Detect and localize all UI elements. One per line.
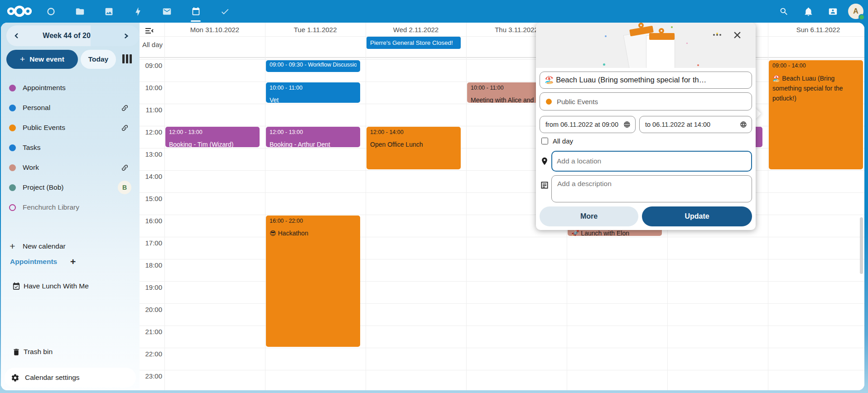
calendar-event[interactable]: 16:00 - 22:00😎 Hackathon	[266, 216, 360, 347]
day-header[interactable]: Mon 31.10.2022	[164, 23, 265, 36]
description-input[interactable]	[551, 175, 752, 202]
allday-event[interactable]: Pierre's General Store Closed!	[366, 37, 461, 49]
sidebar-calendar-work[interactable]: Work	[1, 158, 140, 177]
calendar-event[interactable]: 12:00 - 14:00Open Office Lunch	[366, 127, 461, 169]
event-time: 09:00 - 14:00	[772, 62, 859, 71]
sidebar-calendar-public-events[interactable]: Public Events	[1, 118, 140, 138]
calendar-event[interactable]: 12:00 - 13:00Booking - Arthur Dent	[266, 127, 360, 147]
sidebar-calendar-tasks[interactable]: Tasks	[1, 138, 140, 158]
share-link-icon[interactable]	[118, 101, 131, 115]
app-files-icon[interactable]	[70, 0, 90, 23]
calendar-event[interactable]: 09:00 - 14:00🏖️ Beach Luau (Bring someth…	[769, 60, 863, 169]
trash-bin-button[interactable]: Trash bin	[1, 342, 140, 362]
start-datetime-field[interactable]: from 06.11.2022 at 09:00	[540, 116, 636, 133]
section-title: Appointments	[10, 258, 70, 266]
calendar-event[interactable]: 10:00 - 11:00Vet	[266, 82, 360, 103]
sidebar-calendar-personal[interactable]: Personal	[1, 98, 140, 118]
day-header[interactable]: Sun 6.11.2022	[768, 23, 864, 36]
event-title: Open Office Lunch	[370, 140, 457, 149]
hour-label: 10:00	[140, 84, 162, 91]
timezone-globe-icon[interactable]	[740, 121, 752, 128]
more-button[interactable]: More	[540, 206, 638, 226]
app-dashboard-icon[interactable]	[41, 0, 61, 23]
event-title: 😎 Hackathon	[270, 229, 357, 238]
calendar-color-dot	[546, 99, 552, 105]
calendar-settings-button[interactable]: Calendar settings	[5, 368, 136, 388]
share-link-icon[interactable]	[118, 161, 131, 174]
hour-label: 13:00	[140, 150, 162, 158]
allday-checkbox[interactable]	[541, 138, 548, 144]
today-button[interactable]: Today	[81, 50, 116, 69]
allday-checkbox-label: All day	[553, 137, 573, 145]
hour-label: 11:00	[140, 106, 162, 114]
calendar-event[interactable]: 09:00 - 09:30 - Workflow Discussion	[266, 60, 360, 72]
event-time: 12:00 - 13:00	[169, 129, 256, 138]
event-title-input[interactable]: 🏖️ Beach Luau (Bring something special f…	[540, 72, 752, 89]
add-appointment-config-button[interactable]: +	[70, 257, 130, 266]
contacts-icon[interactable]	[824, 2, 842, 20]
hour-label: 14:00	[140, 173, 162, 180]
event-title: Booking - Tim (Wizard)	[169, 140, 256, 147]
app-calendar-icon[interactable]	[186, 0, 206, 23]
plus-icon: +	[20, 54, 25, 64]
description-icon	[540, 181, 549, 190]
event-time: 12:00 - 14:00	[370, 129, 457, 138]
sidebar-toggle-button[interactable]	[91, 25, 140, 46]
appointment-item[interactable]: Have Lunch With Me	[1, 276, 140, 296]
new-event-button[interactable]: +New event	[6, 50, 78, 69]
notifications-bell-icon[interactable]	[799, 2, 817, 20]
hour-label: 23:00	[140, 372, 162, 380]
app-tasks-icon[interactable]	[215, 0, 235, 23]
online-status-dot	[858, 14, 865, 20]
allday-label: All day	[142, 41, 163, 48]
end-datetime-field[interactable]: to 06.11.2022 at 14:00	[639, 116, 752, 133]
app-mail-icon[interactable]	[157, 0, 177, 23]
calendar-picker-value: Public Events	[557, 98, 598, 105]
calendar-color-dot	[9, 105, 16, 111]
calendar-color-dot	[9, 164, 16, 171]
calendar-event[interactable]: 12:00 - 13:00Booking - Tim (Wizard)	[165, 127, 260, 147]
event-title: 🏖️ Beach Luau (Bring something special f…	[772, 73, 859, 103]
hour-label: 15:00	[140, 195, 162, 202]
update-button[interactable]: Update	[642, 206, 752, 226]
collapse-weekends-icon[interactable]	[145, 27, 154, 34]
calendar-name: Public Events	[23, 124, 118, 132]
share-link-icon[interactable]	[118, 121, 131, 134]
event-time: 16:00 - 22:00	[270, 218, 357, 226]
popup-illustration	[536, 23, 756, 68]
sidebar-calendar-fenchurch-library[interactable]: Fenchurch Library	[1, 197, 140, 217]
calendar-name: Fenchurch Library	[23, 203, 131, 211]
chevron-right-icon	[123, 33, 130, 39]
hour-label: 09:00	[140, 62, 162, 69]
app-photos-icon[interactable]	[99, 0, 119, 23]
appointments-section-header: Appointments +	[10, 257, 130, 266]
location-input[interactable]	[551, 151, 752, 172]
view-columns-icon[interactable]	[122, 54, 134, 64]
calendar-picker[interactable]: Public Events	[540, 92, 752, 110]
timezone-globe-icon[interactable]	[623, 121, 635, 128]
time-grid: 09:0010:0011:0012:0013:0014:0015:0016:00…	[140, 58, 864, 390]
calendar-list: AppointmentsPersonalPublic EventsTasksWo…	[1, 78, 140, 217]
calendar-name: Work	[23, 163, 118, 172]
day-header[interactable]: Wed 2.11.2022	[366, 23, 466, 36]
event-title: Vet	[270, 96, 357, 103]
sidebar-calendar-project-bob-[interactable]: Project (Bob)B	[1, 177, 140, 197]
plus-icon: +	[9, 241, 16, 252]
nextcloud-logo[interactable]	[6, 5, 33, 18]
new-calendar-button[interactable]: + New calendar	[1, 236, 140, 256]
calendar-color-dot	[9, 144, 16, 151]
day-header[interactable]: Tue 1.11.2022	[265, 23, 366, 36]
close-icon[interactable]	[730, 28, 744, 42]
avatar[interactable]: A	[848, 4, 863, 19]
gear-icon	[11, 374, 25, 382]
search-icon[interactable]	[775, 2, 793, 20]
sidebar-calendar-appointments[interactable]: Appointments	[1, 78, 140, 98]
hour-label: 19:00	[140, 283, 162, 291]
more-options-icon[interactable]	[710, 28, 724, 42]
calendar-color-dot	[9, 204, 16, 211]
location-pin-icon	[540, 157, 549, 166]
scrollbar-thumb[interactable]	[860, 217, 863, 274]
allday-checkbox-row[interactable]: All day	[541, 137, 573, 145]
hour-label: 17:00	[140, 239, 162, 247]
app-activity-icon[interactable]	[128, 0, 148, 23]
